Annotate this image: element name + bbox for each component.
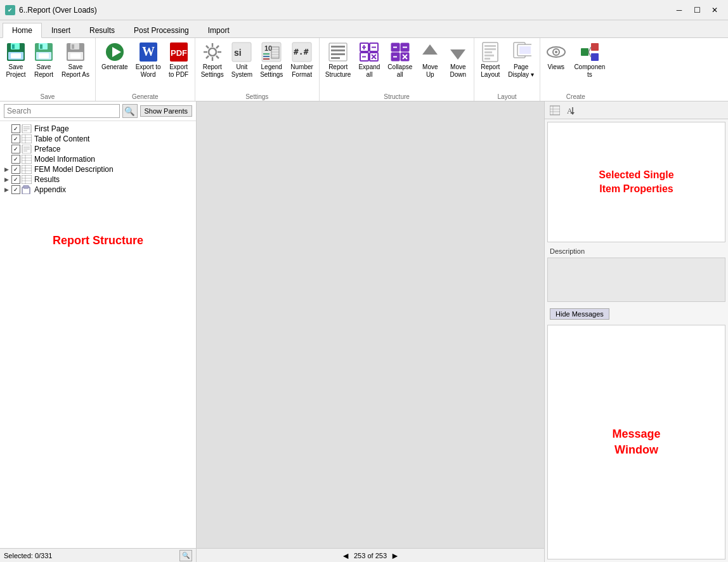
svg-rect-2: [12, 44, 15, 49]
save-project-button[interactable]: SaveProject: [3, 39, 29, 81]
expand-all-button[interactable]: Expandall: [355, 39, 383, 81]
expander-appendix[interactable]: ▶: [3, 186, 10, 193]
tab-results[interactable]: Results: [80, 23, 124, 37]
collapse-all-label: Collapseall: [387, 63, 412, 79]
checkbox-appendix[interactable]: ✓: [11, 185, 20, 194]
unit-system-icon: si: [231, 42, 252, 62]
move-down-icon: [448, 42, 468, 62]
svg-rect-9: [39, 53, 49, 58]
report-structure-button[interactable]: ReportStructure: [322, 39, 354, 81]
icon-first-page: [22, 124, 32, 133]
svg-rect-46: [331, 49, 345, 51]
tree-item-fem[interactable]: ▶ ✓ FEM Model Description: [0, 164, 196, 174]
show-parents-button[interactable]: Show Parents: [140, 105, 192, 117]
report-layout-label: ReportLayout: [481, 63, 500, 79]
expand-all-label: Expandall: [358, 63, 380, 79]
icon-results: [22, 175, 32, 184]
hide-messages-button[interactable]: Hide Messages: [550, 308, 609, 320]
save-report-as-icon: [65, 42, 86, 62]
legend-settings-button[interactable]: 10 LegendSettings: [257, 39, 286, 81]
report-layout-button[interactable]: ReportLayout: [477, 39, 504, 81]
ribbon: SaveProject SaveReport SaveReport As Sav…: [0, 38, 728, 101]
tree-item-table-of-content[interactable]: ✓ Table of Content: [0, 134, 196, 144]
tree-item-model-info[interactable]: ✓ Model Information: [0, 154, 196, 164]
search-bar: 🔍 Show Parents: [0, 101, 196, 121]
expander-fem[interactable]: ▶: [3, 166, 10, 173]
layout-group-label: Layout: [474, 93, 540, 101]
right-panel-toolbar: A: [545, 101, 728, 119]
export-word-label: Export toWord: [136, 63, 161, 79]
page-total: 253: [375, 552, 387, 559]
move-down-button[interactable]: MoveDown: [445, 39, 471, 81]
checkbox-results[interactable]: ✓: [11, 175, 20, 184]
nav-prev-button[interactable]: ◄: [341, 551, 350, 561]
save-report-button[interactable]: SaveReport: [30, 39, 57, 81]
app-icon: ✔: [5, 5, 15, 15]
views-icon: [546, 42, 566, 62]
tab-import[interactable]: Import: [198, 23, 239, 37]
svg-rect-71: [484, 45, 496, 47]
main-content: 🔍 Show Parents ✓ First Page ✓: [0, 101, 728, 562]
app-window: ✔ 6..Report (Over Loads) ─ ☐ ✕ Home Inse…: [0, 0, 728, 562]
message-window-label: MessageWindow: [612, 426, 660, 458]
checkbox-toc[interactable]: ✓: [11, 134, 20, 143]
expand-all-icon: [359, 42, 379, 62]
page-display-button[interactable]: PageDisplay ▾: [505, 39, 537, 81]
svg-text:PDF: PDF: [171, 48, 187, 58]
svg-rect-73: [484, 51, 492, 53]
left-panel-search-button[interactable]: 🔍: [179, 550, 192, 561]
svg-line-27: [216, 56, 219, 58]
search-input[interactable]: [4, 104, 120, 118]
search-button[interactable]: 🔍: [122, 104, 138, 118]
ribbon-group-generate: Generate W Export toWord PDF Exportto PD…: [96, 38, 195, 101]
maximize-button[interactable]: ☐: [689, 4, 705, 16]
tab-home[interactable]: Home: [3, 23, 42, 38]
tree-item-appendix[interactable]: ▶ ✓ Appendix: [0, 185, 196, 195]
toolbar-list-button[interactable]: [547, 103, 562, 117]
toolbar-sort-button[interactable]: A: [564, 103, 579, 117]
close-button[interactable]: ✕: [706, 4, 723, 16]
label-preface: Preface: [34, 145, 60, 154]
generate-button[interactable]: Generate: [98, 39, 131, 74]
move-up-button[interactable]: MoveUp: [417, 39, 443, 81]
checkbox-fem[interactable]: ✓: [11, 165, 20, 174]
export-to-word-button[interactable]: W Export toWord: [133, 39, 164, 81]
center-content: [197, 101, 544, 548]
svg-rect-34: [263, 53, 270, 55]
components-button[interactable]: Components: [571, 39, 609, 81]
nav-next-button[interactable]: ►: [391, 551, 400, 561]
export-word-icon: W: [138, 42, 159, 62]
title-bar: ✔ 6..Report (Over Loads) ─ ☐ ✕: [0, 0, 728, 20]
collapse-all-button[interactable]: Collapseall: [384, 39, 415, 81]
checkbox-preface[interactable]: ✓: [11, 145, 20, 154]
svg-rect-47: [331, 53, 345, 55]
minimize-button[interactable]: ─: [671, 4, 687, 16]
tree-item-results[interactable]: ▶ ✓ Results: [0, 174, 196, 185]
views-button[interactable]: Views: [543, 39, 569, 74]
svg-rect-35: [263, 56, 270, 57]
report-structure-label: Report Structure: [53, 234, 143, 247]
svg-line-26: [206, 46, 209, 48]
svg-rect-78: [519, 46, 531, 54]
tab-post-processing[interactable]: Post Processing: [124, 23, 198, 37]
tree-item-first-page[interactable]: ✓ First Page: [0, 124, 196, 134]
checkbox-model-info[interactable]: ✓: [11, 155, 20, 164]
save-report-label: SaveReport: [34, 63, 53, 79]
save-report-icon: [34, 42, 54, 62]
description-area[interactable]: [547, 258, 725, 302]
title-controls: ─ ☐ ✕: [671, 4, 723, 16]
expander-results[interactable]: ▶: [3, 176, 10, 183]
tab-insert[interactable]: Insert: [42, 23, 80, 37]
export-to-pdf-button[interactable]: PDF Exportto PDF: [166, 39, 192, 81]
svg-rect-75: [484, 58, 490, 60]
svg-text:10: 10: [264, 44, 272, 52]
hide-messages-section: Hide Messages: [545, 304, 728, 323]
number-format-button[interactable]: #.# NumberFormat: [287, 39, 316, 81]
window-title: 6..Report (Over Loads): [19, 6, 97, 15]
report-settings-button[interactable]: ReportSettings: [198, 39, 227, 81]
checkbox-first-page[interactable]: ✓: [11, 124, 20, 133]
page-of-label: of: [367, 552, 375, 559]
tree-item-preface[interactable]: ✓ Preface: [0, 144, 196, 154]
save-report-as-button[interactable]: SaveReport As: [58, 39, 93, 81]
unit-system-button[interactable]: si UnitSystem: [228, 39, 256, 81]
